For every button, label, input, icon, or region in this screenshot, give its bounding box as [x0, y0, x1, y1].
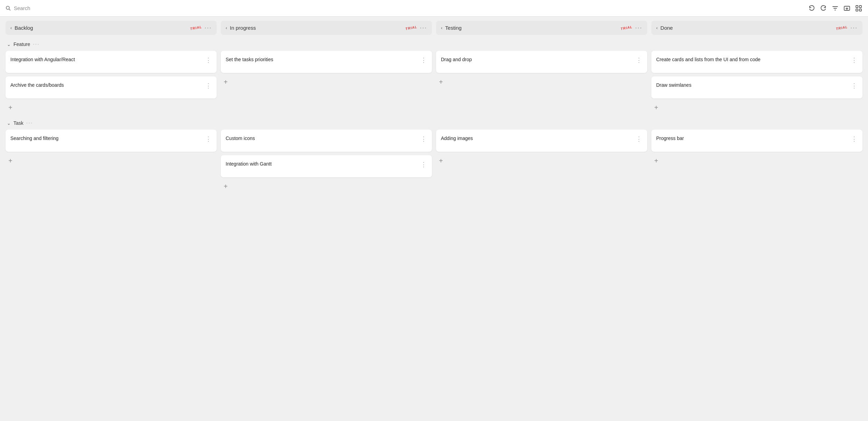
task-row-1: Searching and filtering ⋮ + Custom icons… — [6, 130, 862, 191]
card-menu-icon[interactable]: ⋮ — [421, 135, 427, 143]
feature-row-1: Integration with Angular/React ⋮ Archive… — [6, 51, 862, 112]
card-adding-images[interactable]: Adding images ⋮ — [436, 130, 647, 152]
filter-list-icon[interactable] — [831, 4, 839, 12]
add-card-icon[interactable] — [843, 4, 851, 12]
feature-done-cell: Create cards and lists from the UI and f… — [651, 51, 862, 112]
trial-badge-testing: TRIAL — [620, 25, 633, 31]
card-draw-swimlanes[interactable]: Draw swimlanes ⋮ — [651, 76, 862, 99]
card-text: Create cards and lists from the UI and f… — [656, 56, 848, 63]
search-icon — [6, 6, 11, 11]
add-card-backlog-task[interactable]: + — [6, 156, 15, 166]
swimlane-feature: ⌄ Feature ··· — [6, 36, 862, 51]
feature-inprogress-cell: Set the tasks priorities ⋮ + — [221, 51, 432, 112]
add-card-inprogress-task[interactable]: + — [221, 181, 230, 191]
svg-point-0 — [6, 6, 9, 9]
add-card-testing-task[interactable]: + — [436, 156, 446, 166]
chevron-left-icon: ‹ — [10, 25, 12, 30]
card-menu-icon[interactable]: ⋮ — [636, 135, 643, 143]
add-card-inprogress-feature[interactable]: + — [221, 77, 230, 87]
feature-backlog-cell: Integration with Angular/React ⋮ Archive… — [6, 51, 217, 112]
card-archive-boards[interactable]: Archive the cards/boards ⋮ — [6, 76, 217, 99]
card-menu-icon[interactable]: ⋮ — [205, 135, 212, 143]
card-text: Custom icons — [226, 135, 418, 142]
card-text: Archive the cards/boards — [10, 82, 202, 89]
add-card-testing-feature[interactable]: + — [436, 77, 446, 87]
trial-badge-in-progress: TRIAL — [405, 25, 417, 31]
columns-header: ‹ Backlog TRIAL ··· ‹ In progress TRIAL … — [6, 21, 862, 35]
redo-icon[interactable] — [820, 4, 827, 12]
card-menu-icon[interactable]: ⋮ — [851, 82, 858, 90]
task-inprogress-cell: Custom icons ⋮ Integration with Gantt ⋮ … — [221, 130, 432, 191]
column-menu-in-progress[interactable]: ··· — [420, 24, 427, 31]
svg-rect-10 — [856, 9, 858, 11]
chevron-left-icon-3: ‹ — [441, 25, 442, 30]
swimlane-task: ⌄ Task ··· — [6, 115, 862, 130]
svg-rect-8 — [856, 6, 858, 8]
card-menu-icon[interactable]: ⋮ — [205, 82, 212, 90]
card-menu-icon[interactable]: ⋮ — [205, 56, 212, 64]
search-area[interactable]: Search — [6, 5, 30, 11]
swimlane-chevron-feature[interactable]: ⌄ — [7, 42, 11, 47]
card-text: Searching and filtering — [10, 135, 202, 142]
card-text: Integration with Gantt — [226, 161, 418, 168]
task-backlog-cell: Searching and filtering ⋮ + — [6, 130, 217, 191]
column-title-in-progress: In progress — [230, 25, 405, 31]
column-done: ‹ Done TRIAL ··· — [651, 21, 862, 35]
feature-testing-cell: Drag and drop ⋮ + — [436, 51, 647, 112]
trial-badge-done: TRIAL — [836, 25, 848, 31]
card-create-cards[interactable]: Create cards and lists from the UI and f… — [651, 51, 862, 73]
topbar: Search — [0, 0, 868, 17]
task-testing-cell: Adding images ⋮ + — [436, 130, 647, 191]
column-backlog: ‹ Backlog TRIAL ··· — [6, 21, 217, 35]
column-title-testing: Testing — [445, 25, 620, 31]
topbar-actions — [808, 4, 862, 12]
swimlane-label-task: Task — [13, 120, 23, 126]
card-menu-icon[interactable]: ⋮ — [636, 56, 643, 64]
svg-rect-11 — [859, 9, 861, 11]
card-text: Progress bar — [656, 135, 848, 142]
card-progress-bar[interactable]: Progress bar ⋮ — [651, 130, 862, 152]
card-menu-icon[interactable]: ⋮ — [421, 56, 427, 64]
task-done-cell: Progress bar ⋮ + — [651, 130, 862, 191]
card-text: Integration with Angular/React — [10, 56, 202, 63]
card-searching-filtering[interactable]: Searching and filtering ⋮ — [6, 130, 217, 152]
column-in-progress: ‹ In progress TRIAL ··· — [221, 21, 432, 35]
column-title-done: Done — [660, 25, 836, 31]
board: ‹ Backlog TRIAL ··· ‹ In progress TRIAL … — [0, 17, 868, 197]
card-menu-icon[interactable]: ⋮ — [851, 56, 858, 64]
card-menu-icon[interactable]: ⋮ — [851, 135, 858, 143]
add-card-backlog-feature[interactable]: + — [6, 103, 15, 112]
card-text: Draw swimlanes — [656, 82, 848, 89]
card-integration-angular[interactable]: Integration with Angular/React ⋮ — [6, 51, 217, 73]
swimlane-menu-task[interactable]: ··· — [26, 120, 33, 126]
svg-rect-9 — [859, 6, 861, 8]
search-placeholder: Search — [14, 5, 30, 11]
add-card-done-feature[interactable]: + — [651, 103, 661, 112]
swimlane-label-feature: Feature — [13, 41, 30, 47]
grid-icon[interactable] — [855, 4, 862, 12]
card-text: Adding images — [441, 135, 633, 142]
card-text: Set the tasks priorities — [226, 56, 418, 63]
swimlane-menu-feature[interactable]: ··· — [33, 41, 39, 47]
chevron-left-icon-2: ‹ — [226, 25, 227, 30]
column-testing: ‹ Testing TRIAL ··· — [436, 21, 647, 35]
trial-badge-backlog: TRIAL — [190, 25, 202, 31]
column-title-backlog: Backlog — [15, 25, 190, 31]
undo-icon[interactable] — [808, 4, 815, 12]
svg-line-1 — [9, 9, 11, 10]
card-integration-gantt[interactable]: Integration with Gantt ⋮ — [221, 155, 432, 177]
card-custom-icons[interactable]: Custom icons ⋮ — [221, 130, 432, 152]
column-menu-done[interactable]: ··· — [850, 24, 858, 31]
column-menu-backlog[interactable]: ··· — [205, 24, 212, 31]
chevron-left-icon-4: ‹ — [656, 25, 658, 30]
card-drag-drop[interactable]: Drag and drop ⋮ — [436, 51, 647, 73]
card-set-tasks-priorities[interactable]: Set the tasks priorities ⋮ — [221, 51, 432, 73]
card-menu-icon[interactable]: ⋮ — [421, 161, 427, 168]
column-menu-testing[interactable]: ··· — [635, 24, 642, 31]
card-text: Drag and drop — [441, 56, 633, 63]
swimlane-chevron-task[interactable]: ⌄ — [7, 121, 11, 126]
add-card-done-task[interactable]: + — [651, 156, 661, 166]
